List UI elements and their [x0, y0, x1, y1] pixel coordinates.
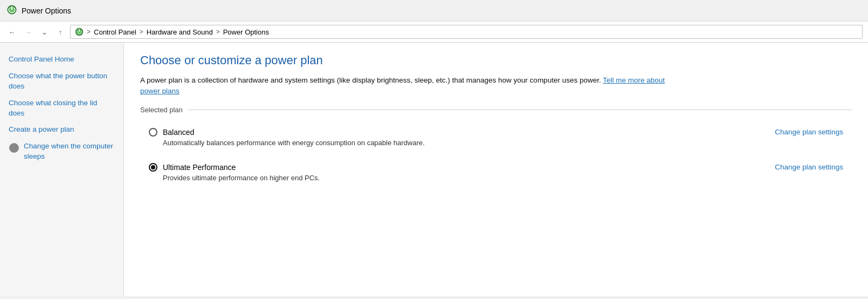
plan-name-balanced: Balanced	[163, 128, 194, 137]
title-bar-icon	[6, 4, 17, 17]
radio-inner-ultimate	[151, 165, 155, 169]
path-item-hardware[interactable]: Hardware and Sound	[147, 28, 213, 36]
plan-desc-balanced: Automatically balances performance with …	[163, 139, 843, 147]
sidebar-item-control-panel-home[interactable]: Control Panel Home	[0, 51, 123, 68]
plan-item-ultimate: Ultimate Performance Change plan setting…	[140, 158, 852, 187]
description-text: A power plan is a collection of hardware…	[140, 75, 679, 97]
change-plan-link-balanced[interactable]: Change plan settings	[775, 128, 843, 136]
section-divider: Selected plan	[140, 106, 852, 114]
path-item-control-panel[interactable]: Control Panel	[94, 28, 136, 36]
divider-line	[188, 110, 852, 110]
sidebar-item-power-button[interactable]: Choose what the power button does	[0, 68, 123, 95]
address-bar: ← → ⌄ ↑ > Control Panel > Hardware and S…	[0, 22, 868, 43]
plan-name-row-ultimate: Ultimate Performance	[149, 163, 236, 172]
path-sep-2: >	[140, 28, 143, 36]
sidebar-label-create-plan: Create a power plan	[9, 125, 115, 135]
address-path[interactable]: > Control Panel > Hardware and Sound > P…	[70, 25, 863, 39]
sidebar: Control Panel Home Choose what the power…	[0, 43, 124, 296]
plan-name-ultimate: Ultimate Performance	[163, 163, 236, 172]
sidebar-item-closing-lid[interactable]: Choose what closing the lid does	[0, 95, 123, 122]
page-title: Choose or customize a power plan	[140, 53, 852, 67]
description-main: A power plan is a collection of hardware…	[140, 76, 601, 84]
path-item-power[interactable]: Power Options	[223, 28, 269, 36]
sidebar-item-computer-sleeps[interactable]: Change when the computer sleeps	[0, 138, 123, 165]
title-bar: Power Options	[0, 0, 868, 22]
dropdown-button[interactable]: ⌄	[38, 25, 51, 38]
plan-header-ultimate: Ultimate Performance Change plan setting…	[149, 163, 843, 172]
plan-item-balanced: Balanced Change plan settings Automatica…	[140, 123, 852, 152]
path-sep-3: >	[216, 28, 220, 36]
main-layout: Control Panel Home Choose what the power…	[0, 43, 868, 296]
sidebar-label-closing-lid: Choose what closing the lid does	[9, 98, 115, 119]
change-plan-link-ultimate[interactable]: Change plan settings	[775, 163, 843, 171]
plan-desc-ultimate: Provides ultimate performance on higher …	[163, 174, 843, 182]
svg-point-4	[9, 143, 19, 153]
plan-name-row-balanced: Balanced	[149, 128, 194, 137]
radio-balanced[interactable]	[149, 128, 157, 137]
path-sep-1: >	[87, 28, 91, 36]
path-icon	[75, 28, 84, 36]
sleep-icon	[9, 142, 19, 157]
sidebar-item-create-plan[interactable]: Create a power plan	[0, 121, 123, 138]
forward-button[interactable]: →	[22, 25, 35, 38]
selected-plan-label: Selected plan	[140, 106, 183, 114]
back-button[interactable]: ←	[5, 25, 18, 38]
radio-ultimate[interactable]	[149, 163, 157, 172]
title-bar-text: Power Options	[22, 6, 71, 15]
sidebar-label-control-panel-home: Control Panel Home	[9, 55, 115, 65]
sidebar-label-power-button: Choose what the power button does	[9, 71, 115, 92]
sidebar-label-computer-sleeps: Change when the computer sleeps	[24, 141, 115, 162]
up-button[interactable]: ↑	[54, 25, 67, 38]
content-area: Choose or customize a power plan A power…	[124, 43, 868, 296]
plan-header-balanced: Balanced Change plan settings	[149, 128, 843, 137]
